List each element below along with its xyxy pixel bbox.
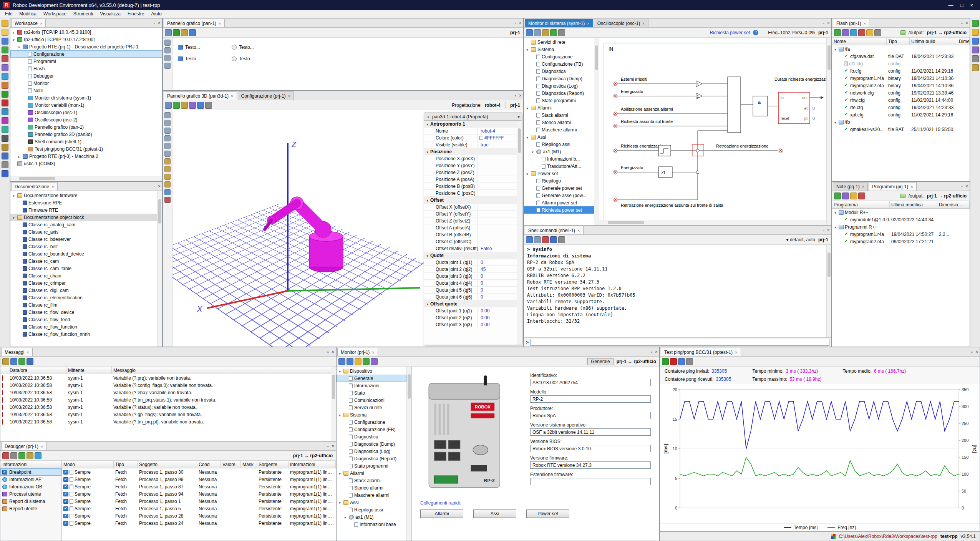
tab-close-icon[interactable]: × — [41, 444, 43, 449]
vertical-scrollbar[interactable] — [826, 38, 831, 225]
property-value[interactable]: 0.00 — [481, 308, 489, 314]
close-panel-icon[interactable]: × — [332, 349, 334, 355]
property-row[interactable]: Quota joint 4 (qj4) 0 — [424, 280, 517, 287]
pointer-icon[interactable] — [165, 102, 172, 109]
close-panel-icon[interactable]: × — [965, 184, 968, 189]
expand-icon[interactable] — [833, 119, 837, 125]
tree-item[interactable]: Allarmi — [524, 104, 594, 111]
menu-item[interactable]: File — [2, 10, 16, 17]
expand-icon[interactable] — [338, 412, 342, 418]
property-value[interactable]: 45 — [481, 267, 486, 272]
tree-item[interactable]: Stack allarmi — [524, 111, 594, 119]
column-header[interactable]: Ultima modifica — [890, 201, 937, 208]
tree-item[interactable]: Oscilloscopio (osc-1) — [10, 109, 162, 116]
refresh-icon[interactable] — [550, 29, 557, 36]
text-tool-icon[interactable] — [164, 47, 171, 53]
settings-icon[interactable] — [558, 29, 565, 36]
property-value[interactable]: robot-4 — [481, 128, 495, 134]
tree-item[interactable]: Diagnostica (Report) — [337, 455, 406, 462]
file-row[interactable]: /fa — [832, 45, 970, 53]
column-header[interactable]: Soggetto — [138, 461, 197, 468]
delete-icon[interactable] — [858, 193, 865, 199]
breakpoint-enabled-icon[interactable] — [63, 470, 68, 475]
tree-item[interactable]: Allarmi power set — [524, 199, 594, 206]
refresh-icon[interactable] — [834, 29, 841, 36]
pause-icon[interactable] — [2, 358, 9, 365]
tree-item[interactable]: Generale power set — [524, 184, 594, 192]
tree-item[interactable]: Informazioni — [337, 382, 406, 389]
tab-close-icon[interactable]: × — [910, 184, 913, 189]
float-panel-icon[interactable]: ▫ — [327, 443, 329, 449]
tab-workspace[interactable]: Workspace× — [11, 19, 46, 27]
file-row[interactable]: rte.cfg config 19/04/2021 14:23:33 — [832, 104, 970, 111]
program-row[interactable]: myprogram1.r4a 19/04/2021 14:50:27 2.2..… — [832, 231, 970, 238]
breakpoint-row[interactable]: Sempre Fetch Processo 1, passo 94 Nessun… — [62, 490, 336, 498]
file-row[interactable]: qmakeall-vs20... file BAT 25/11/2021 15:… — [832, 126, 970, 133]
tree-item[interactable]: Informazioni b... — [524, 155, 594, 163]
close-panel-icon[interactable]: × — [519, 93, 522, 98]
grid-toggle-icon[interactable] — [164, 189, 171, 195]
view3d-canvas[interactable]: X Y Z pan3d-1:ro — [172, 110, 523, 347]
tab-close-icon[interactable]: × — [231, 94, 233, 98]
tree-item[interactable]: Informazioni base — [337, 521, 406, 528]
tree-item[interactable]: Generale asse (pow... — [524, 192, 594, 199]
pointer-icon[interactable] — [165, 29, 172, 36]
expand-icon[interactable] — [343, 514, 347, 520]
tab-close-icon[interactable]: × — [577, 228, 580, 233]
message-row[interactable]: 10/03/2022 10:36:58 sysm-1 Variabile (?.… — [0, 411, 331, 418]
back-icon[interactable] — [338, 358, 345, 365]
new-workspace-icon[interactable] — [2, 20, 8, 27]
property-row[interactable]: Offset joint 3 (oj3) 0.00 — [424, 321, 517, 328]
float-panel-icon[interactable]: ▫ — [154, 20, 155, 26]
tab[interactable]: Configurazione (prj-1)× — [238, 91, 294, 100]
file-row[interactable]: rhw.cfg config 11/02/2021 14:44:00 — [832, 96, 970, 104]
tree-item[interactable]: Assi — [524, 133, 594, 141]
export-icon[interactable] — [371, 358, 378, 365]
tree-item[interactable]: Debugger — [10, 72, 162, 80]
tree-item[interactable]: Diagnostica (Report) — [524, 90, 594, 97]
tab[interactable]: Monitor di sistema (sysm-1)× — [525, 19, 593, 27]
property-value[interactable]: 0.00 — [481, 315, 489, 320]
record-stop-icon[interactable] — [670, 358, 677, 365]
tree-item[interactable]: Diagnostica — [524, 68, 594, 75]
tab-shell[interactable]: Shell comandi (shell-1)× — [525, 226, 584, 234]
expand-icon[interactable] — [425, 301, 429, 307]
tree-item[interactable]: Stato programmi — [524, 97, 594, 104]
tree-item[interactable]: ax1 (M1) — [524, 148, 594, 155]
clear-icon[interactable] — [542, 236, 549, 243]
tree-item[interactable]: Classe rc_elementlocation — [10, 294, 157, 301]
file-row[interactable]: xpl.cfg config 11/02/2021 14:29:16 — [832, 111, 970, 118]
tree-item[interactable]: Classe rc_digi_cam — [10, 287, 157, 294]
property-row[interactable]: Posizione — [424, 148, 517, 155]
column-header[interactable]: Mittente — [66, 367, 112, 374]
close-panel-icon[interactable]: × — [827, 20, 830, 26]
select-object-icon[interactable] — [181, 102, 188, 109]
tree-item[interactable]: Classe rc_chain — [10, 272, 157, 279]
tree-item[interactable]: Comunicazioni — [337, 397, 406, 404]
tree-item[interactable]: Oscilloscopio (osc-2) — [10, 116, 162, 123]
tree-item[interactable]: Maschere allarmi — [524, 126, 594, 133]
property-value[interactable]: 0 — [481, 280, 483, 286]
column-header[interactable]: Valore — [221, 461, 241, 468]
shell-command-input[interactable] — [531, 339, 829, 346]
file-row[interactable]: /fb — [832, 118, 970, 126]
export-icon[interactable] — [189, 29, 196, 36]
copy-icon[interactable] — [534, 236, 541, 243]
new-file-icon[interactable] — [850, 193, 857, 199]
close-panel-icon[interactable]: × — [158, 184, 161, 189]
tab-close-icon[interactable]: × — [288, 94, 290, 98]
save-icon[interactable] — [197, 102, 204, 109]
pan-icon[interactable] — [164, 128, 171, 134]
float-panel-icon[interactable]: ▫ — [651, 349, 652, 355]
tab-close-icon[interactable]: × — [642, 21, 645, 26]
property-row[interactable]: Quote — [424, 252, 517, 259]
expand-icon[interactable] — [525, 171, 529, 176]
close-panel-icon[interactable]: × — [965, 20, 968, 26]
expand-icon[interactable] — [12, 37, 16, 42]
message-row[interactable]: 10/03/2022 10:36:58 sysm-1 Variabile (?.… — [0, 396, 331, 403]
tree-item[interactable]: Monitor variabili (mon-1) — [10, 101, 162, 109]
float-panel-icon[interactable]: ▫ — [823, 227, 824, 233]
refresh-icon[interactable] — [35, 452, 41, 459]
panel-text-item[interactable]: Testo... — [232, 45, 274, 50]
property-row[interactable]: Offset quote — [424, 300, 517, 307]
